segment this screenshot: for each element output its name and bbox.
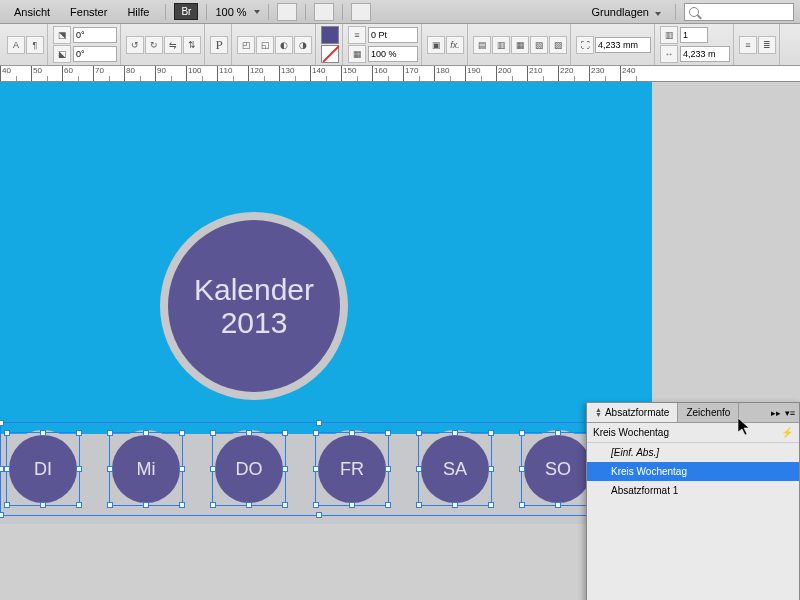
opacity-icon: ▦ <box>348 45 366 63</box>
wrap-jump-icon[interactable]: ▧ <box>530 36 548 54</box>
selection-bounds[interactable] <box>0 422 638 516</box>
search-input[interactable] <box>684 3 794 21</box>
tab-zeichenformate[interactable]: Zeichenfo <box>678 403 739 422</box>
rotate-ccw-icon[interactable]: ↺ <box>126 36 144 54</box>
columns-field[interactable]: 1 <box>680 27 708 43</box>
select-container-icon[interactable]: ◰ <box>237 36 255 54</box>
char-panel-icon[interactable]: P <box>210 36 228 54</box>
zoom-level[interactable]: 100 % <box>215 6 259 18</box>
style-list: [Einf. Abs.]Kreis WochentagAbsatzformat … <box>587 443 799 500</box>
wrap-none-icon[interactable]: ▤ <box>473 36 491 54</box>
title-line-2: 2013 <box>221 306 288 339</box>
align-center-icon[interactable]: ≣ <box>758 36 776 54</box>
style-item[interactable]: Kreis Wochentag <box>587 462 799 481</box>
quick-apply-icon[interactable]: ⚡ <box>781 427 793 438</box>
paragraph-styles-panel[interactable]: ▲▼Absatzformate Zeichenfo ▸▸ ▾≡ Kreis Wo… <box>586 402 800 600</box>
mouse-cursor <box>738 418 752 436</box>
arrange-icon[interactable] <box>351 3 371 21</box>
cell-height-field[interactable]: 4,233 m <box>680 46 730 62</box>
wrap-shape-icon[interactable]: ▦ <box>511 36 529 54</box>
effects-button[interactable]: fx. <box>446 36 464 54</box>
shear-x-icon: ⬔ <box>53 26 71 44</box>
opacity-field[interactable]: 100 % <box>368 46 418 62</box>
tab-absatzformate[interactable]: ▲▼Absatzformate <box>587 403 678 422</box>
control-toolbar: A ¶ ⬔0° ⬕0° ↺ ↻ ⇋ ⇅ P ◰ ◱ ◐ ◑ ≡0 Pt ▦100… <box>0 24 800 66</box>
char-format-icon[interactable]: ¶ <box>26 36 44 54</box>
bridge-badge[interactable]: Br <box>174 3 198 20</box>
shear-y-field[interactable]: 0° <box>73 46 117 62</box>
cell-width-field[interactable]: 4,233 mm <box>595 37 651 53</box>
shear-x-field[interactable]: 0° <box>73 27 117 43</box>
drop-shadow-icon[interactable]: ▣ <box>427 36 445 54</box>
style-item[interactable]: Absatzformat 1 <box>587 481 799 500</box>
panel-collapse-icon[interactable]: ▸▸ <box>771 408 781 418</box>
panel-menu-icon[interactable]: ▾≡ <box>785 408 795 418</box>
select-content-icon[interactable]: ◱ <box>256 36 274 54</box>
wrap-bbox-icon[interactable]: ▥ <box>492 36 510 54</box>
title-line-1: Kalender <box>194 273 314 306</box>
stroke-swatch[interactable] <box>321 45 339 63</box>
rotate-cw-icon[interactable]: ↻ <box>145 36 163 54</box>
search-icon <box>689 7 699 17</box>
current-style-row: Kreis Wochentag ⚡ <box>587 423 799 443</box>
align-left-icon[interactable]: ≡ <box>739 36 757 54</box>
menu-fenster[interactable]: Fenster <box>62 4 115 20</box>
view-options-icon[interactable] <box>277 3 297 21</box>
para-align-icon[interactable]: A <box>7 36 25 54</box>
workspace-switcher[interactable]: Grundlagen <box>586 4 668 20</box>
stroke-weight-field[interactable]: 0 Pt <box>368 27 418 43</box>
horizontal-ruler[interactable]: 4050607080901001101201301401501601701801… <box>0 66 800 82</box>
flip-v-icon[interactable]: ⇅ <box>183 36 201 54</box>
flip-h-icon[interactable]: ⇋ <box>164 36 182 54</box>
document-canvas[interactable]: Kalender 2013 DIMiDOFRSASO ▲▼Absatzforma… <box>0 82 800 600</box>
fitting-icon[interactable]: ⛶ <box>576 36 594 54</box>
menu-ansicht[interactable]: Ansicht <box>6 4 58 20</box>
select-next-icon[interactable]: ◑ <box>294 36 312 54</box>
screen-mode-icon[interactable] <box>314 3 334 21</box>
menubar: Ansicht Fenster Hilfe Br 100 % Grundlage… <box>0 0 800 24</box>
fill-swatch[interactable] <box>321 26 339 44</box>
wrap-jumpcol-icon[interactable]: ▨ <box>549 36 567 54</box>
style-item[interactable]: [Einf. Abs.] <box>587 443 799 462</box>
panel-tabstrip: ▲▼Absatzformate Zeichenfo ▸▸ ▾≡ <box>587 403 799 423</box>
stroke-weight-icon: ≡ <box>348 26 366 44</box>
title-circle[interactable]: Kalender 2013 <box>168 220 340 392</box>
shear-y-icon: ⬕ <box>53 45 71 63</box>
select-prev-icon[interactable]: ◐ <box>275 36 293 54</box>
columns-icon: ▥ <box>660 26 678 44</box>
gutter-icon: ↔ <box>660 45 678 63</box>
menu-hilfe[interactable]: Hilfe <box>119 4 157 20</box>
